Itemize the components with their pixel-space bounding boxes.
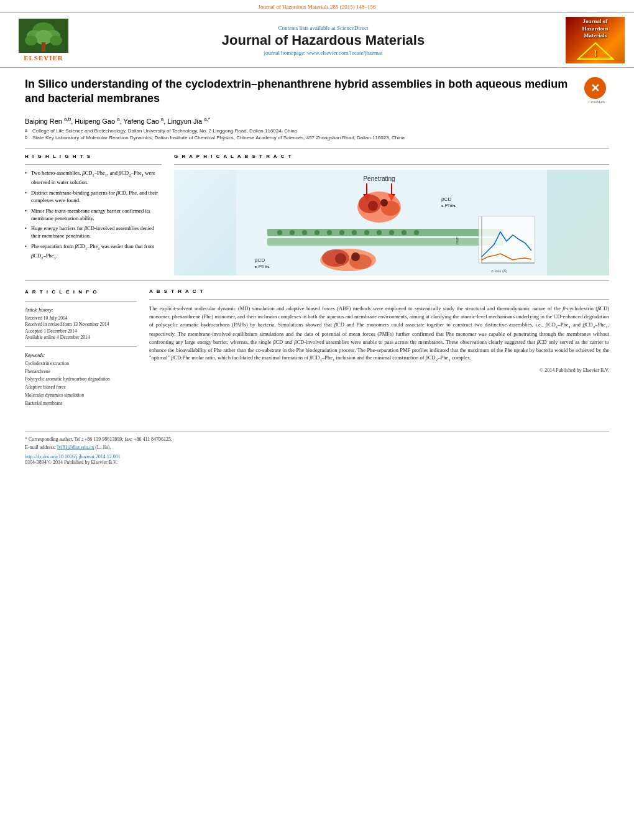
svg-rect-5 <box>42 42 45 52</box>
svg-point-29 <box>352 230 357 235</box>
svg-text:Penetrating: Penetrating <box>363 175 395 182</box>
svg-point-7 <box>50 35 62 45</box>
email-link[interactable]: lyj81@dlut.edu.cn <box>57 445 94 450</box>
crossmark: ✕ CrossMark <box>584 77 609 104</box>
footer: * Corresponding author. Tel.: +86 139 98… <box>25 431 609 465</box>
keywords-section: Keywords: Cyclodextrin extraction Phenan… <box>25 352 137 408</box>
article-title: In Silico understanding of the cyclodext… <box>25 77 578 106</box>
journal-logo-image: Journal of Hazardous Materials ! <box>566 17 625 63</box>
svg-text:PMF: PMF <box>456 236 459 244</box>
svg-point-30 <box>364 230 369 235</box>
abstract-title: A B S T R A C T <box>149 288 609 294</box>
graphical-divider <box>174 164 609 165</box>
journal-reference: Journal of Hazardous Materials 285 (2015… <box>0 0 634 12</box>
highlight-item: Minor Phe trans-membrane energy barrier … <box>25 208 162 223</box>
graphical-abstract-section: G R A P H I C A L A B S T R A C T Penetr… <box>174 154 609 275</box>
keyword: Polycyclic aromatic hydrocarbon degradat… <box>25 376 137 384</box>
article-info-abstract: A R T I C L E I N F O Article history: R… <box>25 288 609 412</box>
svg-point-26 <box>315 230 319 235</box>
abstract-text: The explicit-solvent molecular dynamic (… <box>149 305 609 363</box>
issn: 0304-3894/© 2014 Published by Elsevier B… <box>25 459 609 465</box>
svg-point-23 <box>277 230 282 235</box>
keyword: Molecular dynamics simulation <box>25 392 137 400</box>
highlights-divider <box>25 164 162 165</box>
highlights-section: H I G H L I G H T S Two hetero-assemblie… <box>25 154 162 275</box>
contents-available-text: Contents lists available at ScienceDirec… <box>81 25 566 31</box>
svg-point-25 <box>302 230 307 235</box>
journal-homepage: journal homepage: www.elsevier.com/locat… <box>81 50 566 56</box>
svg-point-6 <box>25 35 37 45</box>
journal-title-section: Contents lists available at ScienceDirec… <box>81 25 566 56</box>
svg-point-18 <box>380 199 388 206</box>
highlights-title: H I G H L I G H T S <box>25 154 162 159</box>
article-info: A R T I C L E I N F O Article history: R… <box>25 288 137 412</box>
svg-point-28 <box>339 230 344 235</box>
copyright: © 2014 Published by Elsevier B.V. <box>149 367 609 373</box>
svg-text:!: ! <box>594 49 597 58</box>
svg-point-24 <box>290 230 295 235</box>
svg-text:βCD: βCD <box>255 257 265 263</box>
info-divider <box>25 301 137 302</box>
highlight-item: Two hetero-assemblies, βCD1–Phe1, and βC… <box>25 170 162 186</box>
svg-text:βCD: βCD <box>441 196 451 202</box>
highlight-item: Phe separation from βCD1–Phe1 was easier… <box>25 243 162 261</box>
abstract-divider <box>149 299 609 300</box>
svg-point-32 <box>389 230 394 235</box>
abstract-section: A B S T R A C T The explicit-solvent mol… <box>149 288 609 412</box>
keyword: Phenanthrene <box>25 368 137 376</box>
svg-rect-42 <box>479 216 535 263</box>
highlight-item: Distinct membrane-binding patterns for β… <box>25 190 162 205</box>
received-revised: Received in revised form 13 November 201… <box>25 321 137 328</box>
article-history: Article history: Received 10 July 2014 R… <box>25 307 137 341</box>
doi-link[interactable]: http://dx.doi.org/10.1016/j.jhazmat.2014… <box>25 454 609 459</box>
email-label: E-mail address: <box>25 445 56 450</box>
divider-1 <box>25 148 609 149</box>
highlight-item: Huge energy barriers for βCD-involved as… <box>25 225 162 240</box>
svg-point-27 <box>327 230 332 235</box>
svg-point-38 <box>335 253 346 264</box>
keyword: Adaptive biased force <box>25 384 137 392</box>
svg-rect-22 <box>267 238 503 246</box>
affiliation-b: b State Key Laboratory of Molecular Reac… <box>25 135 609 141</box>
info-divider-2 <box>25 346 137 347</box>
email-line: E-mail address: lyj81@dlut.edu.cn (L. Ji… <box>25 445 609 450</box>
elsevier-tree-image <box>19 19 68 53</box>
keyword: Bacterial membrane <box>25 400 137 408</box>
available-date: Available online 4 December 2014 <box>25 335 137 341</box>
received-date: Received 10 July 2014 <box>25 315 137 322</box>
elsevier-wordmark: ELSEVIER <box>24 54 63 62</box>
journal-logo-section: Journal of Hazardous Materials ! <box>566 17 628 63</box>
divider-2 <box>25 280 609 281</box>
authors: Baiping Ren a,b, Huipeng Gao a, Yafeng C… <box>25 116 609 125</box>
svg-point-33 <box>402 230 407 235</box>
affiliations: a College of Life Science and Biotechnol… <box>25 128 609 141</box>
keyword: Cyclodextrin extraction <box>25 360 137 368</box>
highlights-list: Two hetero-assemblies, βCD1–Phe1, and βC… <box>25 170 162 261</box>
graphical-abstract-image: Penetrating <box>174 170 609 275</box>
email-note: (L. Jia). <box>95 445 111 450</box>
elsevier-logo-section: ELSEVIER <box>6 19 81 62</box>
svg-text:₂-Phe₁: ₂-Phe₁ <box>255 264 269 269</box>
affiliation-a: a College of Life Science and Biotechnol… <box>25 128 609 134</box>
journal-header: ELSEVIER Contents lists available at Sci… <box>0 12 634 68</box>
keywords-list: Cyclodextrin extraction Phenanthrene Pol… <box>25 360 137 408</box>
history-label: Article history: <box>25 307 137 313</box>
journal-logo-text: Journal of Hazardous Materials ! <box>574 17 617 63</box>
svg-point-31 <box>377 230 382 235</box>
journal-title: Journal of Hazardous Materials <box>81 32 566 48</box>
highlights-graphical-section: H I G H L I G H T S Two hetero-assemblie… <box>25 154 609 275</box>
svg-text:₁-Phe₁: ₁-Phe₁ <box>441 203 456 208</box>
article-title-section: In Silico understanding of the cyclodext… <box>25 77 609 111</box>
crossmark-icon: ✕ <box>584 77 606 99</box>
graphical-abstract-title: G R A P H I C A L A B S T R A C T <box>174 154 609 159</box>
accepted-date: Accepted 1 December 2014 <box>25 328 137 335</box>
svg-text:Z-axis (Å): Z-axis (Å) <box>491 269 507 273</box>
main-content: In Silico understanding of the cyclodext… <box>0 68 634 471</box>
svg-point-17 <box>368 201 378 211</box>
svg-point-34 <box>414 230 419 235</box>
svg-point-39 <box>351 252 360 261</box>
corresponding-note: * Corresponding author. Tel.: +86 139 98… <box>25 436 609 442</box>
keywords-label: Keywords: <box>25 352 137 359</box>
article-info-title: A R T I C L E I N F O <box>25 288 137 296</box>
